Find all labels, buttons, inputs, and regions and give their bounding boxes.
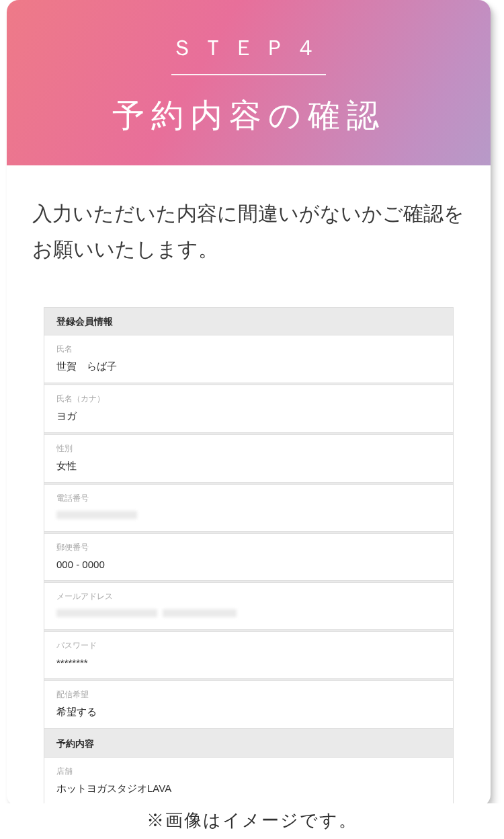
field-label: パスワード xyxy=(56,640,441,651)
section-member-header: 登録会員情報 xyxy=(44,308,453,335)
step-title: 予約内容の確認 xyxy=(20,94,477,137)
field-value-redacted xyxy=(56,608,441,620)
field-value: ******** xyxy=(56,657,441,669)
field-name: 氏名 世賀 らば子 xyxy=(44,335,453,383)
form-preview-wrap: 登録会員情報 氏名 世賀 らば子 氏名（カナ） ヨガ 性別 女性 電話番号 郵 xyxy=(7,274,491,807)
field-postal: 郵便番号 000 - 0000 xyxy=(44,533,453,581)
image-caption: ※画像はイメージです。 xyxy=(0,803,504,835)
field-email: メールアドレス xyxy=(44,582,453,630)
field-label: メールアドレス xyxy=(56,591,441,602)
step-card: ＳＴＥＰ４ 予約内容の確認 入力いただいた内容に間違いがないかご確認をお願いいた… xyxy=(7,0,491,807)
field-value: 希望する xyxy=(56,706,441,719)
field-value: 世賀 らば子 xyxy=(56,360,441,373)
field-value: ホットヨガスタジオLAVA xyxy=(56,783,441,795)
field-phone: 電話番号 xyxy=(44,484,453,532)
field-label: 配信希望 xyxy=(56,689,441,701)
step-number: ＳＴＥＰ４ xyxy=(171,34,326,75)
field-label: 氏名 xyxy=(56,344,441,355)
instruction-text: 入力いただいた内容に間違いがないかご確認をお願いいたします。 xyxy=(7,165,491,274)
field-label: 店舗 xyxy=(56,766,441,777)
field-value: 女性 xyxy=(56,460,441,473)
field-label: 氏名（カナ） xyxy=(56,393,441,405)
field-kana: 氏名（カナ） ヨガ xyxy=(44,385,453,433)
field-value-redacted xyxy=(56,510,441,522)
field-value: 000 - 0000 xyxy=(56,559,441,571)
step-header: ＳＴＥＰ４ 予約内容の確認 xyxy=(7,0,491,165)
field-label: 郵便番号 xyxy=(56,542,441,553)
section-reservation-header: 予約内容 xyxy=(44,730,453,757)
field-password: パスワード ******** xyxy=(44,631,453,679)
form-panel: 登録会員情報 氏名 世賀 らば子 氏名（カナ） ヨガ 性別 女性 電話番号 郵 xyxy=(44,307,454,807)
field-label: 電話番号 xyxy=(56,493,441,504)
field-subscribe: 配信希望 希望する xyxy=(44,680,453,729)
field-store: 店舗 ホットヨガスタジオLAVA xyxy=(44,757,453,805)
field-gender: 性別 女性 xyxy=(44,434,453,483)
field-value: ヨガ xyxy=(56,410,441,423)
field-label: 性別 xyxy=(56,443,441,454)
